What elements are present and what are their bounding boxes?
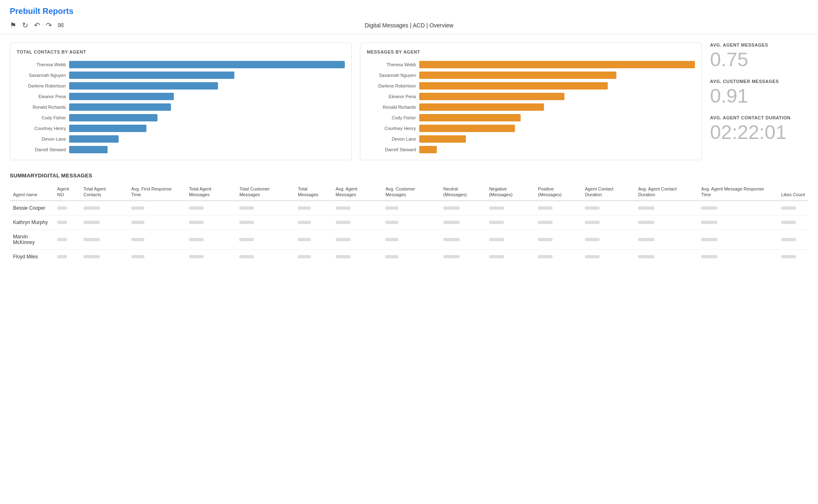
stat-label: AVG. AGENT MESSAGES [710, 43, 808, 47]
bar-row: Theresa Webb [367, 61, 695, 68]
history-icon[interactable]: ↻ [22, 21, 28, 30]
placeholder-bar [701, 206, 717, 210]
bar-label: Eleanor Pena [17, 94, 66, 99]
bar-label: Savannah Nguyen [367, 73, 416, 78]
bar-track [69, 82, 345, 90]
bar-fill [419, 146, 437, 153]
table-data-cell [186, 215, 236, 229]
bar-label: Devon Lane [17, 137, 66, 141]
bar-track [69, 135, 345, 143]
table-data-cell [128, 201, 186, 215]
table-data-cell [333, 229, 382, 249]
bar-track [69, 125, 345, 132]
bar-fill [69, 61, 345, 68]
placeholder-bar [336, 221, 351, 224]
toolbar-row: ⚑ ↻ ↶ ↷ ✉ Digital Messages | ACD | Overv… [10, 21, 808, 30]
placeholder-bar [443, 238, 460, 241]
placeholder-bar [638, 255, 654, 258]
placeholder-bar [638, 206, 654, 210]
bar-fill [419, 93, 564, 100]
table-data-cell [635, 201, 698, 215]
placeholder-bar [239, 255, 254, 258]
bar-label: Darrell Steward [367, 147, 416, 152]
bar-row: Darrell Steward [367, 146, 695, 153]
table-data-cell [698, 201, 778, 215]
placeholder-bar [585, 206, 600, 210]
table-data-cell [440, 229, 486, 249]
table-data-cell [294, 201, 332, 215]
table-data-cell [54, 215, 80, 229]
bar-label: Cody Fisher [17, 115, 66, 120]
undo-icon[interactable]: ↶ [34, 21, 40, 30]
bar-fill [69, 146, 108, 153]
table-data-cell [186, 201, 236, 215]
summary-table: Agent nameAgent NOTotal Agent ContactsAv… [10, 184, 808, 264]
table-header-cell: Negative (Messages) [486, 184, 535, 201]
placeholder-bar [489, 255, 504, 258]
bar-row: Savannah Nguyen [367, 72, 695, 79]
placeholder-bar [538, 206, 553, 210]
bar-fill [69, 72, 234, 79]
bar-label: Eleanor Pena [367, 94, 416, 99]
bar-track [419, 146, 695, 153]
placeholder-bar [489, 238, 504, 241]
bar-label: Ronald Richards [17, 105, 66, 110]
redo-icon[interactable]: ↷ [46, 21, 52, 30]
table-data-cell [535, 249, 582, 264]
bar-track [419, 82, 695, 90]
placeholder-bar [638, 238, 654, 241]
bar-track [69, 61, 345, 68]
table-data-cell [635, 215, 698, 229]
bar-fill [69, 82, 218, 90]
table-data-cell [236, 249, 294, 264]
stat-value: 0.91 [710, 85, 808, 107]
contacts-by-agent-card: TOTAL CONTACTS BY AGENT Theresa WebbSava… [10, 43, 352, 160]
placeholder-bar [189, 238, 204, 241]
bar-row: Darrell Steward [17, 146, 345, 153]
table-header-cell: Agent NO [54, 184, 80, 201]
placeholder-bar [239, 238, 254, 241]
placeholder-bar [336, 206, 351, 210]
placeholder-bar [57, 255, 67, 258]
table-data-cell [333, 215, 382, 229]
placeholder-bar [489, 221, 504, 224]
table-data-cell [486, 201, 535, 215]
bookmark-icon[interactable]: ⚑ [10, 21, 16, 30]
table-header-cell: Total Messages [294, 184, 332, 201]
table-data-cell [128, 249, 186, 264]
bar-fill [419, 125, 515, 132]
table-data-cell [333, 249, 382, 264]
bar-row: Cody Fisher [367, 114, 695, 121]
bar-label: Darrell Steward [17, 147, 66, 152]
bar-track [419, 114, 695, 121]
table-header-cell: Avg. Customer Messages [382, 184, 440, 201]
bar-row: Eleanor Pena [17, 93, 345, 100]
placeholder-bar [239, 206, 254, 210]
table-row: Marvin McKinney [10, 229, 808, 249]
messages-bar-chart: Theresa WebbSavannah NguyenDarlene Rober… [367, 61, 695, 153]
bar-track [419, 61, 695, 68]
placeholder-bar [781, 206, 796, 210]
contacts-chart-title: TOTAL CONTACTS BY AGENT [17, 49, 345, 54]
table-data-cell [80, 229, 128, 249]
placeholder-bar [131, 221, 144, 224]
bar-fill [69, 114, 157, 121]
stat-item: AVG. AGENT CONTACT DURATION02:22:01 [710, 115, 808, 143]
placeholder-bar [781, 255, 796, 258]
table-data-cell [778, 201, 808, 215]
filter-icon[interactable]: ✉ [58, 21, 64, 30]
placeholder-bar [385, 255, 398, 258]
placeholder-bar [131, 255, 144, 258]
table-data-cell [382, 201, 440, 215]
table-header-cell: Avg. Agent Messages [333, 184, 382, 201]
bar-fill [69, 135, 119, 143]
bar-row: Theresa Webb [17, 61, 345, 68]
table-data-cell [486, 215, 535, 229]
bar-label: Theresa Webb [367, 62, 416, 67]
bar-row: Darlene Robertson [367, 82, 695, 90]
page-title: Prebuilt Reports [10, 7, 808, 16]
table-row: Floyd Miles [10, 249, 808, 264]
agent-name-cell: Floyd Miles [10, 249, 54, 264]
table-data-cell [582, 229, 635, 249]
placeholder-bar [443, 221, 460, 224]
